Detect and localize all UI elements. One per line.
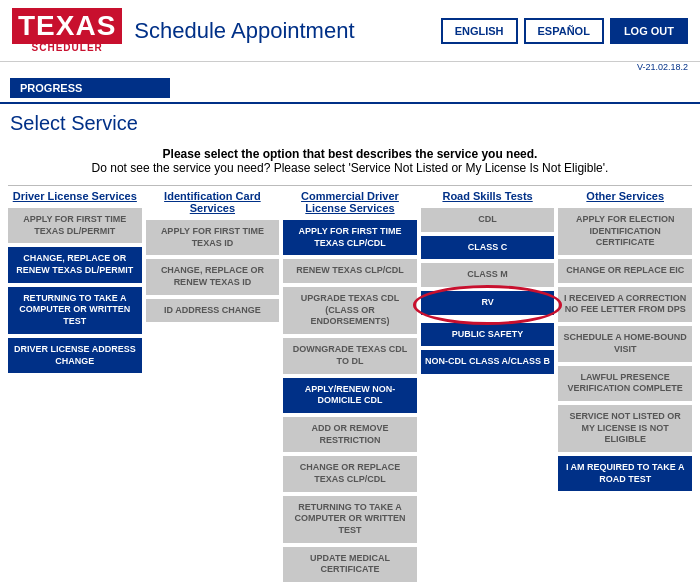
service-btn-other-0[interactable]: APPLY FOR ELECTION IDENTIFICATION CERTIF… xyxy=(558,208,692,255)
col-header-cdl: Commercial Driver License Services xyxy=(283,190,417,214)
col-header-id-card: Identification Card Services xyxy=(146,190,280,214)
service-btn-road-skills-1[interactable]: CLASS C xyxy=(421,236,555,260)
version-label: V-21.02.18.2 xyxy=(0,62,700,74)
service-btn-cdl-0[interactable]: APPLY FOR FIRST TIME TEXAS CLP/CDL xyxy=(283,220,417,255)
column-other: Other ServicesAPPLY FOR ELECTION IDENTIF… xyxy=(558,190,692,586)
service-btn-road-skills-0[interactable]: CDL xyxy=(421,208,555,232)
english-button[interactable]: ENGLISH xyxy=(441,18,518,44)
page-title: Select Service xyxy=(0,104,700,141)
columns-wrapper: Driver License ServicesAPPLY FOR FIRST T… xyxy=(0,190,700,586)
column-driver-license: Driver License ServicesAPPLY FOR FIRST T… xyxy=(8,190,142,586)
service-btn-cdl-4[interactable]: APPLY/RENEW NON-DOMICILE CDL xyxy=(283,378,417,413)
logo-scheduler: SCHEDULER xyxy=(12,42,122,53)
progress-bar: PROGRESS xyxy=(10,78,170,98)
service-btn-cdl-3[interactable]: DOWNGRADE TEXAS CDL TO DL xyxy=(283,338,417,373)
logout-button[interactable]: LOG OUT xyxy=(610,18,688,44)
instruction-sub: Do not see the service you need? Please … xyxy=(0,161,700,175)
instructions: Please select the option that best descr… xyxy=(0,147,700,175)
col-header-road-skills: Road Skills Tests xyxy=(442,190,532,202)
header: TEXAS SCHEDULER Schedule Appointment ENG… xyxy=(0,0,700,62)
header-buttons: ENGLISH ESPAÑOL LOG OUT xyxy=(441,18,688,44)
service-btn-road-skills-5[interactable]: NON-CDL CLASS A/CLASS B xyxy=(421,350,555,374)
divider xyxy=(8,185,692,186)
service-btn-other-5[interactable]: SERVICE NOT LISTED OR MY LICENSE IS NOT … xyxy=(558,405,692,452)
service-btn-road-skills-2[interactable]: CLASS M xyxy=(421,263,555,287)
service-btn-driver-license-3[interactable]: DRIVER LICENSE ADDRESS CHANGE xyxy=(8,338,142,373)
col-header-driver-license: Driver License Services xyxy=(13,190,137,202)
service-btn-cdl-5[interactable]: ADD OR REMOVE RESTRICTION xyxy=(283,417,417,452)
instruction-main: Please select the option that best descr… xyxy=(0,147,700,161)
logo-texas: TEXAS xyxy=(12,8,122,44)
column-cdl: Commercial Driver License ServicesAPPLY … xyxy=(283,190,417,586)
service-btn-cdl-2[interactable]: UPGRADE TEXAS CDL (CLASS OR ENDORSEMENTS… xyxy=(283,287,417,334)
column-id-card: Identification Card ServicesAPPLY FOR FI… xyxy=(146,190,280,586)
rv-container: RV xyxy=(421,291,555,319)
service-btn-other-2[interactable]: I RECEIVED A CORRECTION NO FEE LETTER FR… xyxy=(558,287,692,322)
service-btn-other-6[interactable]: I AM REQUIRED TO TAKE A ROAD TEST xyxy=(558,456,692,491)
schedule-title: Schedule Appointment xyxy=(134,18,354,44)
service-btn-cdl-6[interactable]: CHANGE OR REPLACE TEXAS CLP/CDL xyxy=(283,456,417,491)
col-header-other: Other Services xyxy=(586,190,664,202)
service-btn-id-card-0[interactable]: APPLY FOR FIRST TIME TEXAS ID xyxy=(146,220,280,255)
column-road-skills: Road Skills TestsCDLCLASS CCLASS MRVPUBL… xyxy=(421,190,555,586)
service-btn-rv[interactable]: RV xyxy=(421,291,555,315)
service-btn-driver-license-2[interactable]: RETURNING TO TAKE A COMPUTER OR WRITTEN … xyxy=(8,287,142,334)
logo-area: TEXAS SCHEDULER Schedule Appointment xyxy=(12,8,355,53)
service-btn-cdl-1[interactable]: RENEW TEXAS CLP/CDL xyxy=(283,259,417,283)
service-btn-driver-license-1[interactable]: CHANGE, REPLACE OR RENEW TEXAS DL/PERMIT xyxy=(8,247,142,282)
service-btn-other-1[interactable]: CHANGE OR REPLACE EIC xyxy=(558,259,692,283)
logo: TEXAS SCHEDULER xyxy=(12,8,122,53)
service-btn-other-4[interactable]: LAWFUL PRESENCE VERIFICATION COMPLETE xyxy=(558,366,692,401)
service-btn-other-3[interactable]: SCHEDULE A HOME-BOUND VISIT xyxy=(558,326,692,361)
service-btn-cdl-8[interactable]: UPDATE MEDICAL CERTIFICATE xyxy=(283,547,417,582)
service-btn-id-card-1[interactable]: CHANGE, REPLACE OR RENEW TEXAS ID xyxy=(146,259,280,294)
service-btn-road-skills-4[interactable]: PUBLIC SAFETY xyxy=(421,323,555,347)
service-btn-driver-license-0[interactable]: APPLY FOR FIRST TIME TEXAS DL/PERMIT xyxy=(8,208,142,243)
espanol-button[interactable]: ESPAÑOL xyxy=(524,18,604,44)
service-btn-id-card-2[interactable]: ID ADDRESS CHANGE xyxy=(146,299,280,323)
service-btn-cdl-7[interactable]: RETURNING TO TAKE A COMPUTER OR WRITTEN … xyxy=(283,496,417,543)
progress-section: PROGRESS xyxy=(0,74,700,104)
